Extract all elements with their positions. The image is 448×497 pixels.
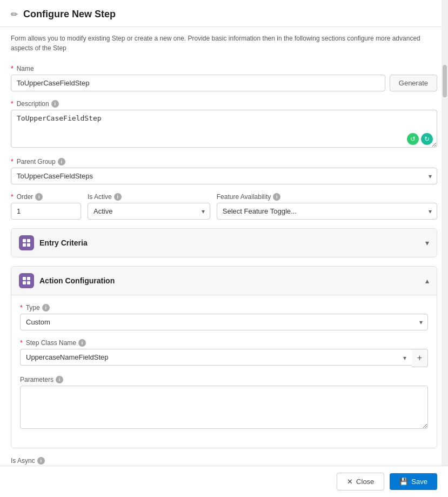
action-config-header[interactable]: Action Configuration ▴ [11,267,437,295]
step-class-name-add-button[interactable]: + [412,349,428,367]
is-active-info-icon[interactable]: i [114,193,122,201]
step-class-name-label-text: Step Class Name [26,339,76,347]
svg-rect-5 [27,277,30,280]
parent-group-select[interactable]: ToUpperCaseFieldSteps [11,168,437,184]
generate-button[interactable]: Generate [390,75,437,91]
action-config-header-left: Action Configuration [19,273,115,288]
is-async-label: Is Async i [11,457,437,465]
order-input[interactable] [11,203,81,220]
svg-rect-0 [23,239,26,242]
action-config-title: Action Configuration [39,276,115,285]
form-body: * Name Generate * Description i ToUpperC… [0,59,448,497]
order-label: * Order i [11,193,81,201]
name-field-group: * Name Generate [11,65,437,91]
scrollbar-thumb[interactable] [443,65,447,97]
description-wrapper: ToUpperCaseFieldStep ↺ ↻ [11,110,437,149]
entry-criteria-title: Entry Criteria [39,238,88,247]
svg-rect-7 [27,281,30,284]
parent-group-select-wrapper: ToUpperCaseFieldSteps ▾ [11,168,437,184]
description-field-group: * Description i ToUpperCaseFieldStep ↺ ↻ [11,100,437,149]
parent-group-label-text: Parent Group [17,158,56,165]
action-config-chevron-icon: ▴ [425,276,429,285]
is-active-field-group: Is Active i Active Inactive ▾ [88,193,210,220]
name-input-row: Generate [11,75,437,91]
order-required: * [11,193,14,201]
save-button[interactable]: 💾 Save [390,473,437,490]
entry-criteria-header-left: Entry Criteria [19,235,88,250]
parent-group-field-group: * Parent Group i ToUpperCaseFieldSteps ▾ [11,158,437,184]
page-container: ✏ Configure New Step Form allows you to … [0,0,448,497]
description-required: * [11,100,14,108]
save-button-label: Save [411,478,427,486]
parameters-label-text: Parameters [20,376,54,383]
name-label-text: Name [17,65,34,72]
page-title: Configure New Step [23,9,116,20]
action-config-panel: Action Configuration ▴ * Type i Custom [11,266,437,448]
close-button-label: Close [356,478,374,486]
parameters-field-group: Parameters i [20,376,428,430]
feature-availability-field-group: Feature Availability i Select Feature To… [217,193,437,220]
is-active-select-wrapper: Active Inactive ▾ [88,203,210,220]
step-class-name-info-icon[interactable]: i [78,339,86,347]
description-label-text: Description [17,100,49,108]
svg-rect-1 [27,239,30,242]
parent-group-info-icon[interactable]: i [58,158,65,165]
name-input[interactable] [11,75,385,91]
type-label-text: Type [26,304,40,312]
type-label: * Type i [20,304,428,312]
parameters-label: Parameters i [20,376,428,383]
description-refresh2-button[interactable]: ↻ [421,133,433,145]
entry-criteria-chevron-icon: ▾ [425,238,429,247]
svg-rect-6 [23,281,26,284]
entry-criteria-icon [19,235,34,250]
description-action-icons: ↺ ↻ [407,133,433,145]
description-refresh1-button[interactable]: ↺ [407,133,419,145]
close-button[interactable]: ✕ Close [337,473,384,491]
footer-bar: ✕ Close 💾 Save [0,466,448,497]
feature-availability-label: Feature Availability i [217,193,437,201]
type-info-icon[interactable]: i [42,304,50,312]
save-icon: 💾 [399,478,408,486]
description-label: * Description i [11,100,437,108]
svg-rect-4 [23,277,26,280]
type-select[interactable]: Custom [20,314,428,330]
parent-group-label: * Parent Group i [11,158,437,165]
feature-availability-select[interactable]: Select Feature Toggle... [217,203,437,220]
feature-availability-label-text: Feature Availability [217,193,271,201]
step-class-name-field-group: * Step Class Name i UppercaseNameFieldSt… [20,339,428,367]
name-label: * Name [11,65,437,72]
feature-availability-info-icon[interactable]: i [273,193,280,201]
order-active-feature-row: * Order i Is Active i Active Inactive ▾ [11,193,437,220]
is-active-label: Is Active i [88,193,210,201]
step-class-name-select[interactable]: UppercaseNameFieldStep [20,349,412,366]
form-description: Form allows you to modify existing Step … [0,27,448,59]
is-async-label-text: Is Async [11,457,35,465]
order-info-icon[interactable]: i [35,193,43,201]
step-class-name-row: UppercaseNameFieldStep ▾ + [20,349,428,367]
edit-icon: ✏ [11,9,18,19]
parameters-input[interactable] [20,386,428,429]
name-required: * [11,65,14,72]
entry-criteria-header[interactable]: Entry Criteria ▾ [11,229,437,257]
page-header: ✏ Configure New Step [0,0,448,27]
parameters-info-icon[interactable]: i [56,376,63,383]
svg-rect-2 [23,243,26,247]
scrollbar[interactable] [442,0,448,497]
order-label-text: Order [17,193,34,201]
order-field-group: * Order i [11,193,81,220]
parent-group-required: * [11,158,14,165]
step-class-name-required: * [20,339,23,347]
type-field-group: * Type i Custom ▾ [20,304,428,330]
is-active-select[interactable]: Active Inactive [88,203,210,220]
entry-criteria-panel: Entry Criteria ▾ [11,228,437,257]
step-class-name-label: * Step Class Name i [20,339,428,347]
feature-availability-select-wrapper: Select Feature Toggle... ▾ [217,203,437,220]
svg-rect-3 [27,243,30,247]
type-select-wrapper: Custom ▾ [20,314,428,330]
description-info-icon[interactable]: i [51,100,59,108]
is-async-info-icon[interactable]: i [37,457,45,465]
description-input[interactable]: ToUpperCaseFieldStep [11,110,437,148]
step-class-name-select-wrapper: UppercaseNameFieldStep ▾ [20,349,412,367]
action-config-body: * Type i Custom ▾ * Step Cla [11,295,437,448]
is-active-label-text: Is Active [88,193,112,201]
